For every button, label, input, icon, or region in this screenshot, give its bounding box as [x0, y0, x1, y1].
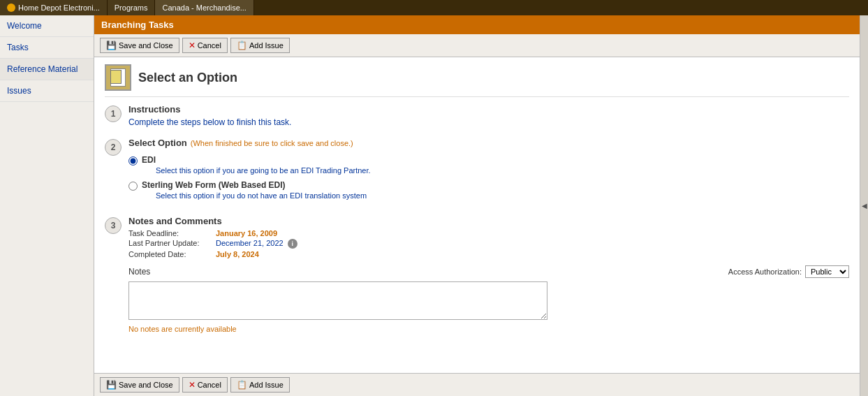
save-icon-bottom: 💾: [106, 380, 117, 390]
step-2-number: 2: [105, 139, 122, 156]
radio-sterling-label: Sterling Web Form (Web Based EDI): [142, 180, 367, 190]
cancel-icon: ✕: [189, 41, 196, 50]
add-issue-icon: 📋: [237, 41, 247, 50]
tab-canada[interactable]: Canada - Merchandise...: [155, 0, 253, 15]
radio-sterling[interactable]: [128, 182, 138, 191]
cancel-icon-bottom: ✕: [189, 380, 196, 390]
task-deadline-label: Task Deadline:: [128, 229, 212, 237]
task-deadline-value: January 16, 2009: [216, 229, 849, 237]
completed-date-value: July 8, 2024: [216, 250, 849, 258]
radio-sterling-desc: Select this option if you do not have an…: [156, 191, 367, 200]
last-partner-update-label: Last Partner Update:: [128, 239, 212, 249]
step-2-subtitle: (When finished be sure to click save and…: [191, 139, 353, 147]
branching-header: Branching Tasks: [94, 15, 860, 34]
step-1-instruction: Complete the steps below to finish this …: [128, 117, 849, 127]
step-1: 1 Instructions Complete the steps below …: [105, 104, 849, 127]
save-and-close-button-bottom[interactable]: 💾 Save and Close: [100, 377, 179, 393]
add-issue-button-top[interactable]: 📋 Add Issue: [230, 38, 290, 53]
access-auth-label: Access Authorization:: [728, 267, 802, 276]
step-2-title: Select Option: [128, 138, 187, 148]
tab-icon-home-depot: [7, 3, 15, 12]
sidebar-item-tasks[interactable]: Tasks: [0, 37, 94, 59]
notes-access-row: Notes Access Authorization: Public Priva…: [128, 265, 849, 278]
sidebar-item-issues[interactable]: Issues: [0, 80, 94, 102]
sidebar-item-welcome[interactable]: Welcome: [0, 15, 94, 37]
step-1-title: Instructions: [128, 104, 849, 115]
step-2: 2 Select Option (When finished be sure t…: [105, 138, 849, 205]
completed-date-label: Completed Date:: [128, 250, 212, 258]
main-content: Select an Option 1 Instructions Complete…: [94, 57, 860, 373]
save-and-close-button-top[interactable]: 💾 Save and Close: [100, 38, 179, 53]
step-3-title: Notes and Comments: [128, 216, 849, 226]
radio-option-edi: EDI Select this option if you are going …: [128, 155, 849, 175]
tab-home-depot[interactable]: Home Depot Electroni...: [0, 0, 108, 15]
add-issue-icon-bottom: 📋: [237, 380, 247, 390]
page-icon: [105, 64, 131, 91]
radio-edi[interactable]: [128, 156, 138, 166]
radio-option-sterling: Sterling Web Form (Web Based EDI) Select…: [128, 180, 849, 200]
save-icon: 💾: [106, 41, 117, 50]
step-1-content: Instructions Complete the steps below to…: [128, 104, 849, 127]
radio-edi-label: EDI: [142, 155, 371, 165]
collapse-handle[interactable]: ◀: [860, 15, 868, 396]
main-layout: Welcome Tasks Reference Material Issues …: [0, 15, 868, 396]
radio-edi-desc: Select this option if you are going to b…: [156, 166, 371, 175]
content-area: Branching Tasks 💾 Save and Close ✕ Cance…: [94, 15, 860, 396]
cancel-button-top[interactable]: ✕ Cancel: [182, 38, 228, 53]
bottom-toolbar: 💾 Save and Close ✕ Cancel 📋 Add Issue: [94, 373, 860, 396]
sidebar-item-reference-material[interactable]: Reference Material: [0, 59, 94, 80]
notes-textarea[interactable]: [128, 281, 547, 320]
step-3-content: Notes and Comments Task Deadline: Januar…: [128, 216, 849, 333]
step-1-number: 1: [105, 105, 122, 122]
page-title: Select an Option: [138, 71, 237, 85]
notes-label-main: Notes: [128, 267, 150, 277]
page-title-row: Select an Option: [105, 64, 849, 97]
access-auth-select[interactable]: Public Private: [805, 265, 849, 278]
step-3: 3 Notes and Comments Task Deadline: Janu…: [105, 216, 849, 333]
sidebar: Welcome Tasks Reference Material Issues: [0, 15, 94, 396]
add-issue-button-bottom[interactable]: 📋 Add Issue: [230, 377, 290, 393]
top-toolbar: 💾 Save and Close ✕ Cancel 📋 Add Issue: [94, 34, 860, 57]
notes-dates-grid: Task Deadline: January 16, 2009 Last Par…: [128, 229, 849, 258]
step-2-content: Select Option (When finished be sure to …: [128, 138, 849, 205]
tab-programs[interactable]: Programs: [108, 0, 156, 15]
info-icon[interactable]: i: [288, 239, 297, 249]
title-bar: Home Depot Electroni... Programs Canada …: [0, 0, 868, 15]
no-notes-message: No notes are currently available: [128, 325, 849, 333]
cancel-button-bottom[interactable]: ✕ Cancel: [182, 377, 228, 393]
step-3-number: 3: [105, 217, 122, 234]
last-partner-update-value: December 21, 2022 i: [216, 239, 849, 249]
